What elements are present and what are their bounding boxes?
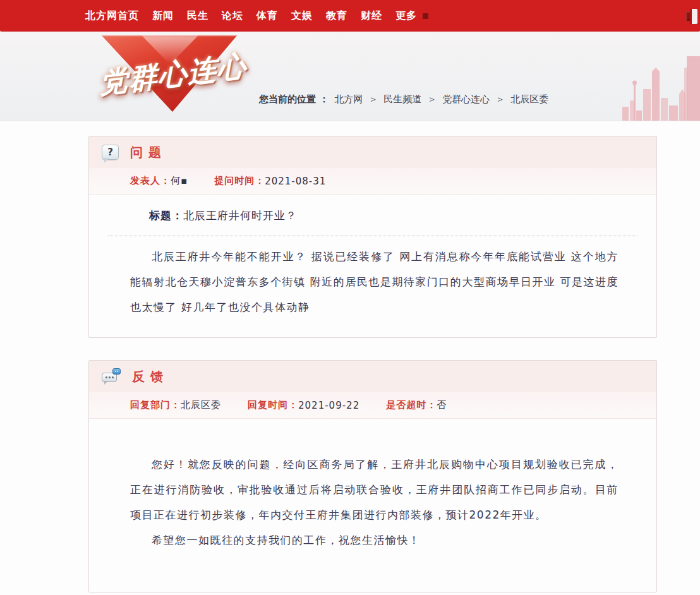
question-body: 标题：北辰王府井何时开业？ 北辰王府井今年能不能开业？ 据说已经装修了 网上有消…: [89, 195, 656, 331]
breadcrumb-separator: ＞: [495, 93, 505, 105]
breadcrumb-separator: ＞: [368, 93, 378, 105]
nav-home[interactable]: 北方网首页: [85, 9, 139, 23]
question-bubble-icon: ?: [102, 145, 119, 160]
feedback-body: 您好！就您反映的问题，经向区商务局了解，王府井北辰购物中心项目规划验收已完成，正…: [89, 419, 656, 564]
feedback-meta-row: 回复部门： 北辰区委 回复时间： 2021-09-22 是否超时： 否: [89, 392, 656, 419]
reply-time-value: 2021-09-22: [298, 400, 359, 411]
breadcrumb-item-district[interactable]: 北辰区委: [510, 93, 548, 105]
nav-more[interactable]: 更多: [395, 9, 417, 23]
nav-forum[interactable]: 论坛: [222, 9, 243, 23]
question-title-value: 北辰王府井何时开业？: [183, 209, 297, 222]
nav-finance[interactable]: 财经: [361, 9, 382, 23]
question-panel: ? 问题 发表人： 何▪ 提问时间： 2021-08-31 标题：北辰王府井何时…: [88, 136, 657, 338]
reply-dept-value: 北辰区委: [181, 399, 221, 411]
dotted-divider: [108, 236, 637, 236]
page: 北方网首页 新闻 民生 论坛 体育 文娱 教育 财经 更多 党群心连心 您当前的…: [0, 0, 700, 595]
question-meta-row: 发表人： 何▪ 提问时间： 2021-08-31: [89, 168, 656, 195]
feedback-panel-header: 反馈: [89, 361, 656, 392]
breadcrumb: 您当前的位置 ： 北方网 ＞ 民生频道 ＞ 党群心连心 ＞ 北辰区委: [259, 93, 548, 105]
reply-bubble-icon: [112, 368, 121, 375]
overdue-value: 否: [437, 399, 447, 411]
ask-time-value: 2021-08-31: [265, 176, 326, 187]
feedback-section-title: 反馈: [132, 368, 169, 385]
ask-time-label: 提问时间：: [214, 175, 265, 187]
breadcrumb-item-channel[interactable]: 民生频道: [383, 93, 421, 105]
reply-dept-label: 回复部门：: [130, 399, 181, 411]
nav-culture[interactable]: 文娱: [291, 9, 313, 23]
feedback-text-paragraph-1: 您好！就您反映的问题，经向区商务局了解，王府井北辰购物中心项目规划验收已完成，正…: [130, 452, 619, 527]
top-nav: 北方网首页 新闻 民生 论坛 体育 文娱 教育 财经 更多: [85, 0, 428, 32]
feedback-panel: 反馈 回复部门： 北辰区委 回复时间： 2021-09-22 是否超时： 否 您…: [88, 360, 657, 592]
topbar-right: [685, 0, 695, 32]
top-nav-bar: 北方网首页 新闻 民生 论坛 体育 文娱 教育 财经 更多: [0, 0, 700, 32]
feedback-bubbles-icon: [102, 368, 121, 385]
poster-label: 发表人：: [130, 175, 171, 187]
overdue-label: 是否超时：: [386, 399, 437, 411]
question-section-title: 问题: [130, 144, 167, 161]
banner: 党群心连心 您当前的位置 ： 北方网 ＞ 民生频道 ＞ 党群心连心 ＞ 北辰区委: [0, 32, 700, 121]
main-content: ? 问题 发表人： 何▪ 提问时间： 2021-08-31 标题：北辰王府井何时…: [0, 121, 700, 592]
breadcrumb-separator: ＞: [427, 93, 437, 105]
breadcrumb-item-site[interactable]: 北方网: [334, 93, 363, 105]
more-dropdown-icon[interactable]: [423, 13, 428, 19]
partial-badge-icon: [690, 9, 697, 24]
question-title-label: 标题：: [149, 209, 183, 222]
question-panel-header: ? 问题: [89, 136, 656, 168]
site-logo: 党群心连心: [81, 35, 258, 117]
poster-value: 何▪: [171, 175, 188, 187]
reply-time-label: 回复时间：: [248, 399, 298, 411]
city-skyline-graphic: [621, 45, 700, 121]
breadcrumb-label: 您当前的位置 ：: [259, 93, 329, 105]
nav-education[interactable]: 教育: [326, 9, 347, 23]
nav-sports[interactable]: 体育: [256, 9, 278, 23]
nav-minsheng[interactable]: 民生: [187, 9, 208, 23]
feedback-text-paragraph-2: 希望您一如既往的支持我们的工作，祝您生活愉快！: [130, 527, 619, 553]
breadcrumb-item-platform[interactable]: 党群心连心: [442, 93, 490, 105]
nav-news[interactable]: 新闻: [152, 9, 174, 23]
question-title-line: 标题：北辰王府井何时开业？: [149, 208, 619, 223]
question-text: 北辰王府井今年能不能开业？ 据说已经装修了 网上有消息称今年年底能试营业 这个地…: [130, 244, 619, 320]
